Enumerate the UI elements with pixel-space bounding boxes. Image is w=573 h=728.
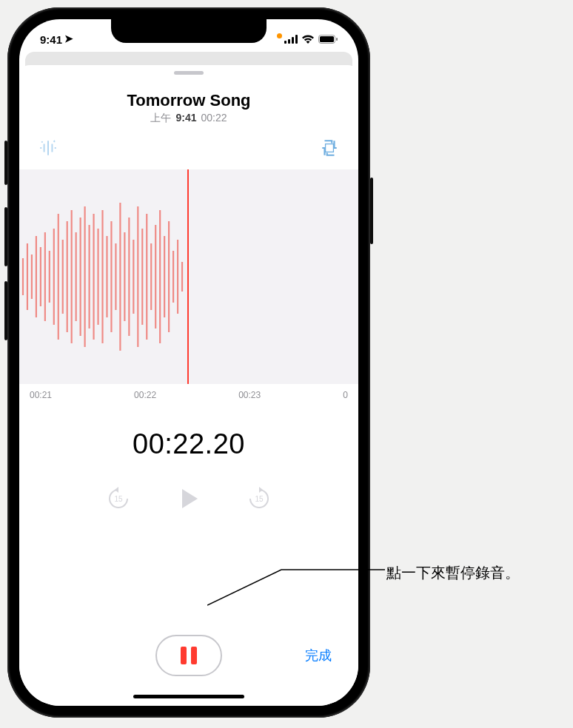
recording-title: Tomorrow Song bbox=[127, 91, 250, 110]
callout-line bbox=[207, 568, 385, 613]
callout-text: 點一下來暫停錄音。 bbox=[386, 562, 520, 583]
play-button[interactable] bbox=[175, 485, 202, 512]
elapsed-time: 00:22.20 bbox=[133, 428, 245, 460]
waveform bbox=[19, 169, 358, 384]
trim-button[interactable] bbox=[320, 138, 339, 161]
svg-rect-2 bbox=[292, 37, 294, 44]
cellular-icon bbox=[284, 35, 298, 44]
location-icon: ➤ bbox=[64, 33, 73, 44]
svg-rect-1 bbox=[288, 39, 290, 44]
enhance-button[interactable] bbox=[38, 138, 58, 161]
recording-subtitle: 上午 9:41 00:22 bbox=[150, 112, 227, 125]
playhead[interactable] bbox=[187, 169, 189, 384]
waveform-area[interactable]: 00:21 00:22 00:23 0 bbox=[19, 169, 358, 400]
svg-rect-7 bbox=[326, 144, 334, 152]
notch bbox=[111, 19, 267, 43]
battery-icon bbox=[318, 35, 338, 44]
svg-rect-0 bbox=[284, 41, 286, 44]
playback-controls: 15 15 bbox=[106, 485, 272, 512]
pause-icon bbox=[181, 647, 197, 664]
status-time: 9:41 bbox=[40, 33, 62, 46]
wifi-icon bbox=[301, 35, 315, 44]
svg-text:15: 15 bbox=[255, 495, 264, 503]
forward-15-button[interactable]: 15 bbox=[247, 486, 272, 511]
svg-rect-3 bbox=[295, 35, 298, 44]
timeline-ticks: 00:21 00:22 00:23 0 bbox=[19, 384, 358, 400]
svg-rect-6 bbox=[336, 38, 338, 41]
done-button[interactable]: 完成 bbox=[305, 647, 332, 664]
svg-rect-5 bbox=[320, 36, 334, 42]
svg-text:15: 15 bbox=[114, 495, 123, 503]
recording-indicator-dot bbox=[277, 33, 282, 38]
pause-button[interactable] bbox=[155, 635, 222, 676]
home-indicator[interactable] bbox=[133, 695, 244, 698]
back-15-button[interactable]: 15 bbox=[106, 486, 131, 511]
